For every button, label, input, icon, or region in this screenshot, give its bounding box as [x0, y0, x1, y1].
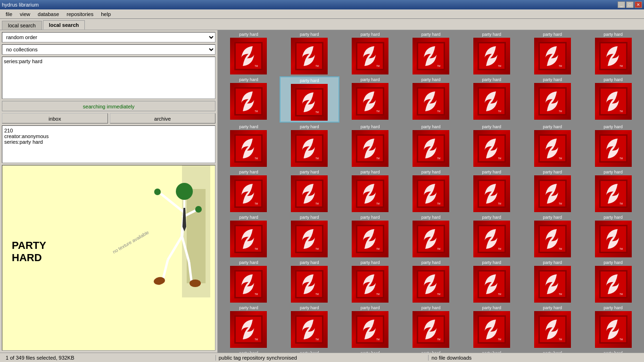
thumbnail-item[interactable]: party hard TM — [219, 76, 279, 123]
thumbnail-item[interactable]: party hard TM — [401, 259, 461, 304]
creator-tag: creator:anonymous — [4, 133, 213, 139]
svg-text:TM: TM — [255, 338, 258, 341]
svg-text:TM: TM — [437, 110, 440, 113]
thumbnail-image: TM — [352, 221, 388, 257]
thumbnail-image: TM — [534, 130, 571, 167]
thumbnail-item[interactable]: party hard TM — [401, 304, 461, 349]
thumbnail-label: party hard — [462, 215, 520, 220]
thumbnail-item[interactable]: party hard TM — [280, 259, 339, 304]
thumbnail-item[interactable]: party hard TM — [280, 169, 339, 213]
thumbnail-item[interactable]: party hard TM — [219, 169, 279, 213]
svg-text:TM: TM — [498, 293, 501, 296]
thumbnail-label: party hard — [462, 351, 520, 353]
thumbnail-item[interactable]: party hard TM — [401, 123, 461, 168]
thumbnail-item[interactable]: party hard TM — [401, 214, 461, 258]
thumbnail-item[interactable]: party hard TM — [583, 123, 643, 168]
thumbnail-item[interactable]: party hard TM — [219, 123, 279, 168]
thumbnail-item[interactable]: party hard TM — [462, 123, 521, 168]
thumbnail-item[interactable]: party hard TM — [462, 169, 521, 213]
thumbnail-label: party hard — [220, 170, 278, 174]
thumbnail-item[interactable]: party hard TM — [401, 350, 461, 353]
thumbnail-item[interactable]: party hard TM — [583, 169, 643, 213]
thumbnail-item[interactable]: party hard TM — [219, 214, 279, 258]
thumbnail-item[interactable]: party hard TM — [522, 76, 582, 123]
thumbnail-item[interactable]: party hard TM — [462, 350, 521, 353]
thumbnail-item[interactable]: party hard TM — [280, 123, 339, 168]
maximize-button[interactable]: □ — [626, 1, 634, 8]
inbox-button[interactable]: inbox — [2, 113, 108, 123]
tab-local-search-1[interactable]: local search — [2, 21, 42, 30]
thumbnail-item[interactable]: party hard TM — [583, 304, 643, 349]
thumbnail-item[interactable]: party hard TM — [462, 76, 521, 123]
thumbnail-image: TM — [291, 311, 328, 348]
thumbnail-item[interactable]: party hard TM — [522, 214, 582, 258]
thumbnail-item[interactable]: party hard TM — [522, 31, 582, 75]
thumbnail-item[interactable]: party hard TM — [280, 76, 339, 123]
svg-text:TM: TM — [315, 248, 319, 250]
thumbnail-item[interactable]: party hard TM — [340, 123, 400, 168]
thumbnail-image: TM — [352, 175, 388, 212]
searching-immediately-button[interactable]: searching immediately — [2, 101, 215, 111]
thumbnail-image: TM — [595, 130, 632, 167]
thumbnail-label: party hard — [281, 260, 339, 265]
search-tags-area[interactable]: series:party hard — [2, 57, 215, 99]
thumbnail-item[interactable]: party hard TM — [401, 169, 461, 213]
thumbnail-item[interactable]: party hard TM — [219, 31, 279, 75]
thumbnail-item[interactable]: party hard TM — [219, 350, 279, 353]
close-button[interactable]: ✕ — [635, 1, 642, 8]
thumbnail-item[interactable]: party hard TM — [522, 304, 582, 349]
thumbnail-item[interactable]: party hard TM — [340, 169, 400, 213]
thumbnail-item[interactable]: party hard TM — [219, 304, 279, 349]
thumbnail-item[interactable]: party hard TM — [522, 169, 582, 213]
archive-button[interactable]: archive — [110, 113, 216, 123]
menu-view[interactable]: view — [16, 10, 34, 18]
thumbnail-item[interactable]: party hard TM — [583, 259, 643, 304]
thumbnail-item[interactable]: party hard TM — [280, 31, 339, 75]
thumbnail-item[interactable]: party hard TM — [522, 259, 582, 304]
thumbnail-item[interactable]: party hard TM — [583, 76, 643, 123]
thumbnail-image: TM — [291, 266, 328, 303]
menu-help[interactable]: help — [97, 10, 115, 18]
svg-text:TM: TM — [376, 110, 380, 113]
collections-dropdown[interactable]: no collections by namespace by file type — [2, 44, 215, 55]
thumbnail-item[interactable]: party hard TM — [583, 214, 643, 258]
thumbnail-label: party hard — [281, 215, 339, 220]
menu-file[interactable]: file — [2, 10, 16, 18]
thumbnail-item[interactable]: party hard TM — [401, 76, 461, 123]
menu-database[interactable]: database — [34, 10, 63, 18]
thumbnail-item[interactable]: party hard TM — [280, 350, 339, 353]
menu-repositories[interactable]: repositories — [63, 10, 97, 18]
thumbnail-item[interactable]: party hard TM — [401, 31, 461, 75]
order-dropdown[interactable]: random order newest first oldest first l… — [2, 32, 215, 42]
thumbnail-item[interactable]: party hard TM — [583, 350, 643, 353]
minimize-button[interactable]: _ — [618, 1, 625, 8]
thumbnail-label: party hard — [584, 260, 642, 265]
thumbnail-label: party hard — [281, 351, 339, 353]
thumbnail-item[interactable]: party hard TM — [522, 350, 582, 353]
info-area: 210 creator:anonymous series:party hard — [2, 125, 215, 163]
svg-text:TM: TM — [437, 157, 440, 160]
thumbnail-item[interactable]: party hard TM — [340, 304, 400, 349]
thumbnail-item[interactable]: party hard TM — [340, 31, 400, 75]
thumbnail-item[interactable]: party hard TM — [583, 31, 643, 75]
thumbnail-label: party hard — [523, 305, 581, 310]
thumbnail-item[interactable]: party hard TM — [462, 214, 521, 258]
thumbnail-item[interactable]: party hard TM — [280, 304, 339, 349]
thumbnail-item[interactable]: party hard TM — [219, 259, 279, 304]
thumbnail-label: party hard — [220, 351, 278, 353]
thumbnail-item[interactable]: party hard TM — [462, 259, 521, 304]
status-downloads: no file downloads — [429, 355, 641, 361]
thumbnail-item[interactable]: party hard TM — [462, 31, 521, 75]
thumbnail-item[interactable]: party hard TM — [340, 259, 400, 304]
thumbnail-item[interactable]: party hard TM — [340, 350, 400, 353]
tab-local-search-2[interactable]: local search — [43, 20, 85, 30]
thumbnail-item[interactable]: party hard TM — [280, 214, 339, 258]
thumbnail-grid-panel[interactable]: party hard TM party hard TM party hard T… — [218, 30, 644, 353]
thumbnail-item[interactable]: party hard TM — [340, 76, 400, 123]
svg-text:TM: TM — [255, 157, 258, 160]
thumbnail-image: TM — [534, 83, 571, 120]
thumbnail-item[interactable]: party hard TM — [522, 123, 582, 168]
thumbnail-item[interactable]: party hard TM — [462, 304, 521, 349]
thumbnail-item[interactable]: party hard TM — [340, 214, 400, 258]
file-count: 210 — [4, 128, 213, 133]
